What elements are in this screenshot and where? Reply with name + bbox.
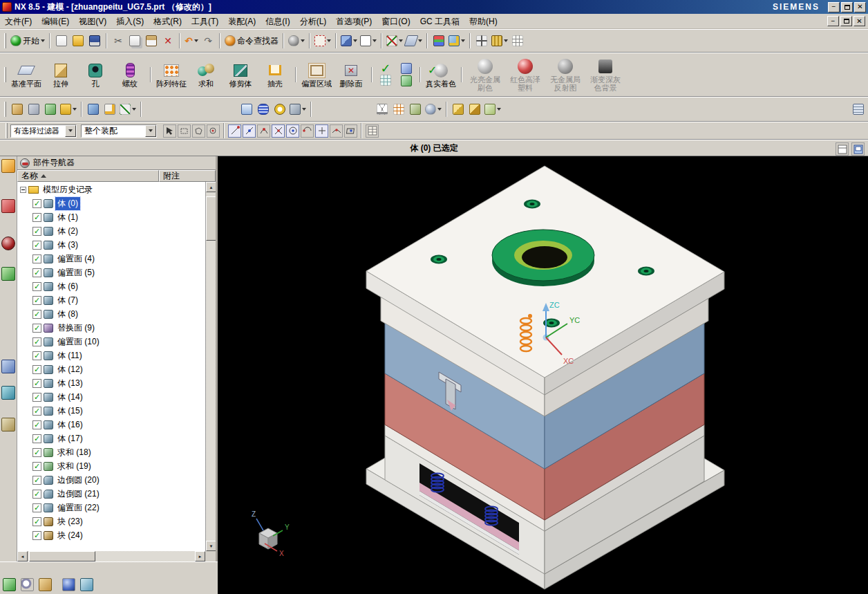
fit-view-icon[interactable] bbox=[80, 578, 93, 591]
part-navigator-tab[interactable] bbox=[1, 236, 15, 250]
feature-checkbox[interactable]: ✓ bbox=[32, 393, 41, 402]
select-cursor-icon[interactable] bbox=[163, 124, 176, 138]
child-minimize-button[interactable]: − bbox=[827, 16, 839, 26]
window-layout-button[interactable] bbox=[359, 32, 378, 50]
snap-point-on-face-icon[interactable] bbox=[344, 124, 357, 138]
menu-view[interactable]: 视图(V) bbox=[74, 14, 111, 29]
display-style-button[interactable] bbox=[313, 32, 332, 50]
model-tree-button[interactable] bbox=[407, 100, 424, 118]
tree-item[interactable]: ✓体 (15) bbox=[17, 404, 205, 418]
feature-checkbox[interactable]: ✓ bbox=[32, 476, 41, 485]
hd3d-tools-tab[interactable] bbox=[1, 360, 15, 373]
rectangle-select-icon[interactable] bbox=[178, 124, 191, 138]
groove-button[interactable] bbox=[42, 100, 59, 118]
selection-list-icon[interactable] bbox=[366, 124, 379, 138]
toolbar-grip[interactable] bbox=[4, 67, 6, 82]
part-navigator-header[interactable]: 部件导航器 bbox=[17, 156, 216, 170]
shell-button[interactable]: 抽壳 bbox=[258, 54, 292, 95]
tree-item[interactable]: ✓体 (1) bbox=[17, 210, 205, 224]
trim-body-button[interactable]: 修剪体 bbox=[223, 54, 258, 95]
update-display-button[interactable]: ✓ bbox=[375, 57, 396, 93]
assembly-navigator-tab[interactable] bbox=[1, 159, 15, 173]
tree-item[interactable]: ✓偏置面 (5) bbox=[17, 266, 205, 279]
column-name[interactable]: 名称 bbox=[17, 170, 159, 182]
history-tab[interactable] bbox=[1, 418, 15, 431]
feature-checkbox[interactable]: ✓ bbox=[32, 213, 41, 222]
component-button[interactable] bbox=[59, 100, 78, 118]
feature-checkbox[interactable]: ✓ bbox=[32, 310, 41, 319]
snap-intersection-icon[interactable] bbox=[272, 124, 285, 138]
child-restore-button[interactable] bbox=[840, 16, 852, 26]
menu-edit[interactable]: 编辑(E) bbox=[37, 14, 74, 29]
menu-insert[interactable]: 插入(S) bbox=[111, 14, 149, 29]
tree-item[interactable]: ✓块 (24) bbox=[17, 528, 205, 542]
torus-tool-button[interactable] bbox=[272, 100, 288, 118]
tree-item[interactable]: ✓替换面 (9) bbox=[17, 321, 205, 335]
feature-checkbox[interactable]: ✓ bbox=[32, 503, 41, 512]
tree-item[interactable]: ✓求和 (19) bbox=[17, 459, 205, 473]
extrude-button[interactable]: 拉伸 bbox=[44, 54, 78, 95]
tile-windows-icon[interactable] bbox=[836, 142, 849, 156]
tree-item[interactable]: ✓体 (3) bbox=[17, 238, 205, 252]
layer-settings-button[interactable] bbox=[431, 32, 447, 50]
tree-item[interactable]: ✓体 (14) bbox=[17, 390, 205, 404]
feature-checkbox[interactable]: ✓ bbox=[32, 296, 41, 305]
tree-item[interactable]: ✓求和 (18) bbox=[17, 445, 205, 459]
tree-item[interactable]: ✓体 (0) bbox=[17, 196, 205, 210]
annotation-button[interactable] bbox=[102, 100, 118, 118]
pattern-feature-button[interactable]: 阵列特征 bbox=[154, 54, 189, 95]
information-button[interactable] bbox=[238, 100, 255, 118]
feature-checkbox[interactable]: ✓ bbox=[32, 379, 41, 388]
feature-checkbox[interactable]: ✓ bbox=[32, 407, 41, 416]
paste-button[interactable] bbox=[143, 32, 160, 50]
hole-button[interactable]: 孔 bbox=[78, 54, 113, 95]
feature-checkbox[interactable]: ✓ bbox=[32, 351, 41, 360]
bright-metal-material-button[interactable]: 光亮金属刷色 bbox=[465, 54, 505, 95]
red-plastic-material-button[interactable]: 红色高泽塑料 bbox=[505, 54, 545, 95]
feature-checkbox[interactable]: ✓ bbox=[32, 241, 41, 250]
thread-button[interactable]: 螺纹 bbox=[113, 54, 147, 95]
vertical-scrollbar[interactable]: ▲ ▼ bbox=[205, 182, 216, 551]
snap-midpoint-icon[interactable] bbox=[243, 124, 256, 138]
feature-checkbox[interactable]: ✓ bbox=[32, 337, 41, 346]
graphics-viewport[interactable]: ZC YC XC Z X Y bbox=[218, 156, 868, 594]
shaded-display-button[interactable] bbox=[287, 32, 306, 50]
feature-checkbox[interactable]: ✓ bbox=[32, 324, 41, 333]
menu-preferences[interactable]: 首选项(P) bbox=[331, 14, 377, 29]
dropdown-button[interactable] bbox=[65, 125, 76, 137]
feature-checkbox[interactable]: ✓ bbox=[32, 462, 41, 471]
no-reflection-map-button[interactable]: 无金属局反射图 bbox=[545, 54, 585, 95]
tree-item[interactable]: ✓体 (16) bbox=[17, 418, 205, 431]
minimize-button[interactable]: − bbox=[828, 2, 840, 12]
feature-checkbox[interactable]: ✓ bbox=[32, 254, 41, 263]
offset-region-button[interactable]: 偏置区域 bbox=[299, 54, 334, 95]
feature-checkbox[interactable]: ✓ bbox=[32, 448, 41, 457]
csys-button[interactable] bbox=[385, 32, 404, 50]
feature-checkbox[interactable]: ✓ bbox=[32, 490, 41, 499]
delete-button[interactable]: ✕ bbox=[160, 32, 176, 50]
tree-item[interactable]: ✓体 (8) bbox=[17, 307, 205, 321]
close-button[interactable]: ✕ bbox=[854, 2, 866, 12]
menu-window[interactable]: 窗口(O) bbox=[377, 14, 415, 29]
dropdown-button[interactable] bbox=[145, 125, 156, 137]
horizontal-scrollbar[interactable]: ◄ ► bbox=[17, 551, 216, 561]
datum-button[interactable] bbox=[404, 32, 424, 50]
scroll-thumb[interactable] bbox=[206, 196, 216, 241]
selection-filter-dropdown[interactable]: 有选择过滤器 bbox=[10, 124, 77, 138]
constraint-navigator-tab[interactable] bbox=[1, 199, 15, 213]
snap-point-button[interactable] bbox=[473, 32, 490, 50]
feature-checkbox[interactable]: ✓ bbox=[32, 365, 41, 374]
pocket-button[interactable] bbox=[9, 100, 26, 118]
tree-item[interactable]: ✓边倒圆 (20) bbox=[17, 473, 205, 487]
expression-table-button[interactable] bbox=[390, 100, 407, 118]
feature-checkbox[interactable]: ✓ bbox=[32, 282, 41, 291]
copy-button[interactable] bbox=[126, 32, 143, 50]
feature-checkbox[interactable]: ✓ bbox=[32, 420, 41, 429]
menu-help[interactable]: 帮助(H) bbox=[464, 14, 502, 29]
replace-component-button[interactable] bbox=[466, 100, 483, 118]
more-tools-button[interactable] bbox=[288, 100, 308, 118]
column-note[interactable]: 附注 bbox=[159, 170, 216, 182]
feature-checkbox[interactable]: ✓ bbox=[32, 531, 41, 540]
reuse-library-tab[interactable] bbox=[1, 267, 15, 281]
zoom-icon[interactable] bbox=[21, 578, 34, 591]
